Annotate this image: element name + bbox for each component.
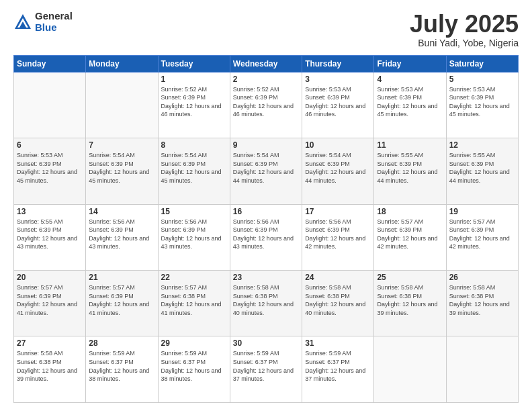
day-info: Sunrise: 5:56 AMSunset: 6:39 PMDaylight:… xyxy=(233,218,299,251)
day-info: Sunrise: 5:57 AMSunset: 6:38 PMDaylight:… xyxy=(161,283,227,317)
table-row: 4Sunrise: 5:53 AMSunset: 6:39 PMDaylight… xyxy=(374,72,446,138)
table-row: 29Sunrise: 5:59 AMSunset: 6:37 PMDayligh… xyxy=(158,336,230,403)
day-number: 11 xyxy=(377,140,443,150)
day-info: Sunrise: 5:56 AMSunset: 6:39 PMDaylight:… xyxy=(89,218,154,251)
table-row: 24Sunrise: 5:58 AMSunset: 6:38 PMDayligh… xyxy=(302,271,374,336)
header-thursday: Thursday xyxy=(302,55,374,72)
day-number: 19 xyxy=(449,207,515,216)
location: Buni Yadi, Yobe, Nigeria xyxy=(410,38,519,48)
table-row: 27Sunrise: 5:58 AMSunset: 6:38 PMDayligh… xyxy=(14,336,86,403)
calendar-week-row: 6Sunrise: 5:53 AMSunset: 6:39 PMDaylight… xyxy=(14,138,519,204)
day-number: 13 xyxy=(17,207,83,216)
calendar-week-row: 13Sunrise: 5:55 AMSunset: 6:39 PMDayligh… xyxy=(14,204,519,270)
table-row: 28Sunrise: 5:59 AMSunset: 6:37 PMDayligh… xyxy=(86,336,158,403)
day-number: 24 xyxy=(305,273,371,282)
day-info: Sunrise: 5:55 AMSunset: 6:39 PMDaylight:… xyxy=(449,151,515,185)
day-info: Sunrise: 5:54 AMSunset: 6:39 PMDaylight:… xyxy=(305,151,371,185)
table-row: 2Sunrise: 5:52 AMSunset: 6:39 PMDaylight… xyxy=(230,72,302,138)
day-info: Sunrise: 5:58 AMSunset: 6:38 PMDaylight:… xyxy=(305,283,371,317)
day-number: 26 xyxy=(449,273,515,282)
day-number: 6 xyxy=(17,140,83,150)
day-info: Sunrise: 5:52 AMSunset: 6:39 PMDaylight:… xyxy=(233,85,299,119)
header-saturday: Saturday xyxy=(446,55,518,72)
day-number: 12 xyxy=(449,140,515,150)
day-info: Sunrise: 5:52 AMSunset: 6:39 PMDaylight:… xyxy=(161,85,227,119)
day-number: 16 xyxy=(233,207,299,216)
header-sunday: Sunday xyxy=(14,55,86,72)
day-number: 15 xyxy=(161,207,227,216)
day-info: Sunrise: 5:53 AMSunset: 6:39 PMDaylight:… xyxy=(449,85,515,119)
day-number: 20 xyxy=(17,273,83,282)
day-number: 23 xyxy=(233,273,299,282)
day-info: Sunrise: 5:53 AMSunset: 6:39 PMDaylight:… xyxy=(377,85,443,119)
day-info: Sunrise: 5:59 AMSunset: 6:37 PMDaylight:… xyxy=(161,349,227,383)
table-row xyxy=(86,72,158,138)
table-row xyxy=(14,72,86,138)
table-row xyxy=(374,336,446,403)
logo-general-text: General xyxy=(35,11,73,22)
calendar: Sunday Monday Tuesday Wednesday Thursday… xyxy=(13,55,519,403)
day-number: 14 xyxy=(89,207,154,216)
table-row: 31Sunrise: 5:59 AMSunset: 6:37 PMDayligh… xyxy=(302,336,374,403)
header-monday: Monday xyxy=(86,55,158,72)
table-row: 21Sunrise: 5:57 AMSunset: 6:39 PMDayligh… xyxy=(86,271,158,336)
day-number: 2 xyxy=(233,75,299,84)
day-info: Sunrise: 5:53 AMSunset: 6:39 PMDaylight:… xyxy=(305,85,371,119)
table-row: 9Sunrise: 5:54 AMSunset: 6:39 PMDaylight… xyxy=(230,138,302,204)
day-info: Sunrise: 5:59 AMSunset: 6:37 PMDaylight:… xyxy=(89,349,154,383)
day-info: Sunrise: 5:54 AMSunset: 6:39 PMDaylight:… xyxy=(233,151,299,185)
day-info: Sunrise: 5:58 AMSunset: 6:38 PMDaylight:… xyxy=(233,283,299,317)
day-info: Sunrise: 5:57 AMSunset: 6:39 PMDaylight:… xyxy=(17,283,83,317)
day-number: 27 xyxy=(17,338,83,348)
table-row: 1Sunrise: 5:52 AMSunset: 6:39 PMDaylight… xyxy=(158,72,230,138)
table-row: 20Sunrise: 5:57 AMSunset: 6:39 PMDayligh… xyxy=(14,271,86,336)
calendar-week-row: 27Sunrise: 5:58 AMSunset: 6:38 PMDayligh… xyxy=(14,336,519,403)
title-section: July 2025 Buni Yadi, Yobe, Nigeria xyxy=(410,11,519,48)
day-number: 1 xyxy=(161,75,227,84)
day-info: Sunrise: 5:57 AMSunset: 6:39 PMDaylight:… xyxy=(89,283,154,317)
day-number: 22 xyxy=(161,273,227,282)
table-row: 25Sunrise: 5:58 AMSunset: 6:38 PMDayligh… xyxy=(374,271,446,336)
table-row: 30Sunrise: 5:59 AMSunset: 6:37 PMDayligh… xyxy=(230,336,302,403)
table-row: 14Sunrise: 5:56 AMSunset: 6:39 PMDayligh… xyxy=(86,204,158,270)
day-number: 31 xyxy=(305,338,371,348)
day-number: 21 xyxy=(89,273,154,282)
day-info: Sunrise: 5:55 AMSunset: 6:39 PMDaylight:… xyxy=(17,218,83,251)
header: General Blue July 2025 Buni Yadi, Yobe, … xyxy=(13,11,519,48)
day-info: Sunrise: 5:54 AMSunset: 6:39 PMDaylight:… xyxy=(89,151,154,185)
table-row: 17Sunrise: 5:56 AMSunset: 6:39 PMDayligh… xyxy=(302,204,374,270)
day-number: 18 xyxy=(377,207,443,216)
day-info: Sunrise: 5:54 AMSunset: 6:39 PMDaylight:… xyxy=(161,151,227,185)
table-row: 6Sunrise: 5:53 AMSunset: 6:39 PMDaylight… xyxy=(14,138,86,204)
table-row: 26Sunrise: 5:58 AMSunset: 6:38 PMDayligh… xyxy=(446,271,518,336)
day-number: 5 xyxy=(449,75,515,84)
table-row: 10Sunrise: 5:54 AMSunset: 6:39 PMDayligh… xyxy=(302,138,374,204)
day-number: 7 xyxy=(89,140,154,150)
day-info: Sunrise: 5:59 AMSunset: 6:37 PMDaylight:… xyxy=(233,349,299,383)
table-row: 22Sunrise: 5:57 AMSunset: 6:38 PMDayligh… xyxy=(158,271,230,336)
header-tuesday: Tuesday xyxy=(158,55,230,72)
table-row: 12Sunrise: 5:55 AMSunset: 6:39 PMDayligh… xyxy=(446,138,518,204)
weekday-header-row: Sunday Monday Tuesday Wednesday Thursday… xyxy=(14,55,519,72)
day-number: 25 xyxy=(377,273,443,282)
header-friday: Friday xyxy=(374,55,446,72)
day-info: Sunrise: 5:53 AMSunset: 6:39 PMDaylight:… xyxy=(17,151,83,185)
day-number: 8 xyxy=(161,140,227,150)
day-info: Sunrise: 5:55 AMSunset: 6:39 PMDaylight:… xyxy=(377,151,443,185)
page: General Blue July 2025 Buni Yadi, Yobe, … xyxy=(0,0,532,411)
logo: General Blue xyxy=(13,11,73,33)
day-number: 10 xyxy=(305,140,371,150)
table-row: 7Sunrise: 5:54 AMSunset: 6:39 PMDaylight… xyxy=(86,138,158,204)
day-info: Sunrise: 5:58 AMSunset: 6:38 PMDaylight:… xyxy=(377,283,443,317)
table-row xyxy=(446,336,518,403)
calendar-week-row: 1Sunrise: 5:52 AMSunset: 6:39 PMDaylight… xyxy=(14,72,519,138)
table-row: 3Sunrise: 5:53 AMSunset: 6:39 PMDaylight… xyxy=(302,72,374,138)
table-row: 15Sunrise: 5:56 AMSunset: 6:39 PMDayligh… xyxy=(158,204,230,270)
day-info: Sunrise: 5:59 AMSunset: 6:37 PMDaylight:… xyxy=(305,349,371,383)
day-number: 4 xyxy=(377,75,443,84)
logo-text: General Blue xyxy=(35,11,73,33)
header-wednesday: Wednesday xyxy=(230,55,302,72)
day-number: 28 xyxy=(89,338,154,348)
calendar-week-row: 20Sunrise: 5:57 AMSunset: 6:39 PMDayligh… xyxy=(14,271,519,336)
month-title: July 2025 xyxy=(410,11,519,38)
